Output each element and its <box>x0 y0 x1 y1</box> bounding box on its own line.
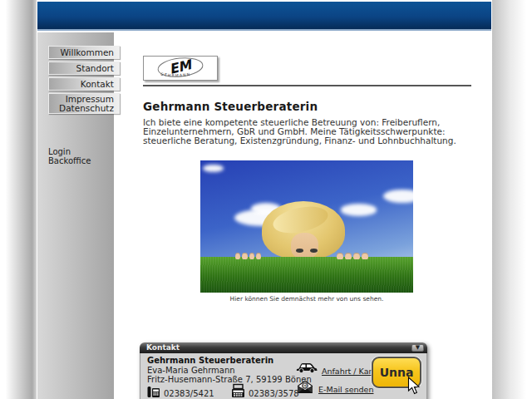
sidebar-item-willkommen[interactable]: Willkommen <box>48 46 120 59</box>
contact-panel-body: Gehrmann Steuerberaterin Eva-Maria Gehrm… <box>140 353 427 399</box>
hero-photo-block: Hier können Sie demnächst mehr von uns s… <box>200 160 413 303</box>
sidebar-item-impressum-datenschutz[interactable]: Impressum Datenschutz <box>48 93 120 114</box>
minimize-icon: ▼ <box>416 344 420 351</box>
login-backoffice-link[interactable]: Login Backoffice <box>48 147 114 165</box>
email-icon: @ <box>296 379 314 395</box>
fax-number: 02383/3578 <box>249 389 299 398</box>
contact-person: Eva-Maria Gehrmann <box>147 366 235 375</box>
woman-eye <box>296 249 303 253</box>
email-link[interactable]: E-Mail senden <box>318 385 373 394</box>
cloud-shape <box>341 204 377 215</box>
page: Willkommen Standort Kontakt Impressum Da… <box>37 0 492 399</box>
phone-icon <box>146 384 161 399</box>
page-title: Gehrmann Steuerberaterin <box>143 100 318 113</box>
header-banner <box>37 2 491 31</box>
minimize-button[interactable]: ▼ <box>411 344 424 352</box>
woman-hand-left <box>235 253 261 260</box>
woman-face <box>291 233 318 258</box>
contact-panel-title: Kontakt <box>146 343 180 352</box>
fax-icon <box>230 383 246 399</box>
page-margin-left <box>0 0 37 399</box>
sidebar: Willkommen Standort Kontakt Impressum Da… <box>37 32 114 399</box>
grass-foreground <box>200 257 413 293</box>
cloud-shape <box>383 190 413 203</box>
sidebar-item-kontakt[interactable]: Kontakt <box>48 77 120 91</box>
photo-caption: Hier können Sie demnächst mehr von uns s… <box>200 295 413 303</box>
logo-graphic: EM GEHRMANN <box>144 57 217 80</box>
contact-panel: Kontakt ▼ Gehrmann Steuerberaterin Eva-M… <box>140 342 427 399</box>
page-margin-right <box>492 0 532 399</box>
divider-rule <box>143 85 471 86</box>
woman-hand-right <box>337 253 368 260</box>
intro-text: Ich biete eine kompetente steuerliche Be… <box>143 118 474 145</box>
mouse-cursor <box>407 377 421 397</box>
contact-company: Gehrmann Steuerberaterin <box>147 356 273 365</box>
cloud-shape <box>203 165 224 173</box>
contact-panel-header[interactable]: Kontakt ▼ <box>140 342 427 353</box>
car-icon <box>295 361 318 374</box>
browser-viewport: Willkommen Standort Kontakt Impressum Da… <box>0 0 532 399</box>
sidebar-item-standort[interactable]: Standort <box>48 62 120 75</box>
hero-photo <box>200 160 413 293</box>
phone-number: 02383/5421 <box>164 389 214 398</box>
woman-eye <box>310 249 318 253</box>
svg-text:@: @ <box>303 382 308 389</box>
company-logo[interactable]: EM GEHRMANN <box>143 56 218 81</box>
contact-address: Fritz-Husemann-Straße 7, 59199 Bönen <box>147 375 312 384</box>
